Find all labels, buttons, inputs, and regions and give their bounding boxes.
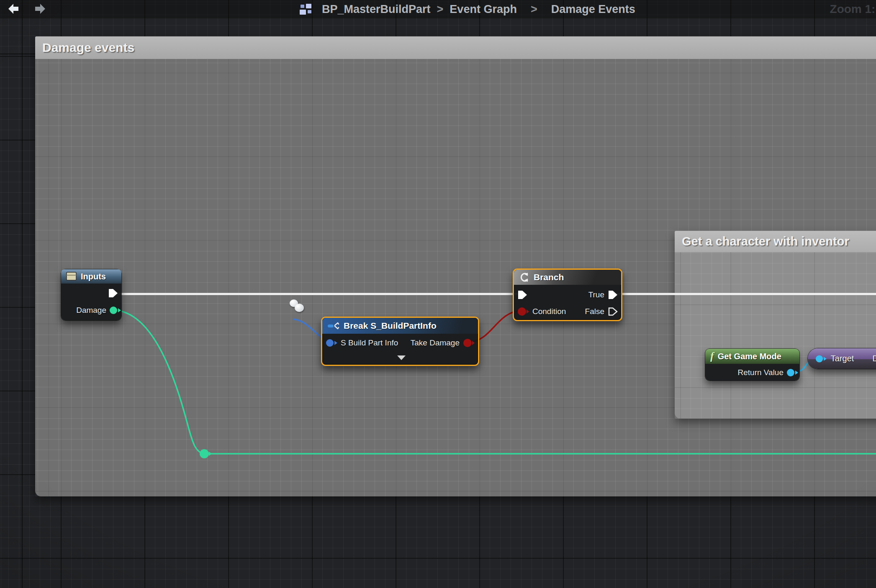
comment-get-character-inventory-body (675, 252, 876, 419)
forward-arrow-icon[interactable] (33, 3, 46, 15)
node-branch-title: Branch (534, 272, 564, 282)
tunnel-input-icon (66, 272, 77, 281)
return-value-pin[interactable] (786, 368, 798, 377)
mouse-cursor (289, 299, 307, 314)
damage-pin[interactable] (109, 306, 121, 314)
pin-false-label: False (585, 307, 604, 316)
blueprint-graph-canvas[interactable]: Damage events Get a character with inven… (0, 0, 876, 588)
breadcrumb: BP_MasterBuildPart > Event Graph > Damag… (300, 0, 635, 18)
breadcrumb-separator: > (531, 3, 537, 16)
target-pin[interactable] (815, 355, 827, 363)
breadcrumb-item-damage-events[interactable]: Damage Events (551, 3, 635, 16)
node-inputs-title: Inputs (81, 272, 106, 281)
branch-false-pin[interactable] (608, 307, 618, 316)
comment-get-character-inventory-title[interactable]: Get a character with inventor (675, 231, 876, 252)
take-damage-pin[interactable] (463, 338, 475, 348)
blueprint-icon (300, 3, 316, 15)
pin-target-label: Target (831, 354, 854, 363)
node-inputs[interactable]: Inputs Damage (61, 269, 121, 320)
pin-condition-label: Condition (532, 307, 566, 316)
node-branch[interactable]: Branch True Condition False (513, 268, 622, 321)
comment-get-character-inventory[interactable]: Get a character with inventor (675, 231, 876, 419)
node-break-s-buildpartinfo[interactable]: Break S_BuildPartInfo S Build Part Info … (321, 317, 479, 366)
back-arrow-icon[interactable] (8, 3, 20, 15)
node-get-game-mode-title: Get Game Mode (718, 352, 781, 361)
graph-top-bar: BP_MasterBuildPart > Event Graph > Damag… (0, 0, 876, 18)
break-struct-icon (327, 321, 340, 330)
pin-s-build-part-info-label: S Build Part Info (341, 338, 398, 348)
zoom-indicator: Zoom 1:1 (830, 3, 876, 16)
node-cast-compact[interactable]: Target De (808, 348, 876, 369)
branch-exec-in-pin[interactable] (517, 290, 527, 299)
pin-damage-label: Damage (76, 306, 106, 315)
s-build-part-info-pin[interactable] (326, 339, 337, 347)
condition-pin[interactable] (517, 307, 529, 316)
function-icon: f (710, 351, 714, 362)
pin-return-value-label: Return Value (738, 368, 784, 377)
branch-icon (519, 272, 530, 282)
node-get-game-mode[interactable]: f Get Game Mode Return Value (705, 349, 799, 381)
pin-take-damage-label: Take Damage (411, 338, 460, 348)
branch-true-pin[interactable] (608, 290, 618, 299)
node-break-title: Break S_BuildPartInfo (344, 321, 437, 331)
breadcrumb-separator: > (437, 3, 444, 16)
exec-out-pin[interactable] (108, 289, 118, 298)
comment-damage-events-title[interactable]: Damage events (35, 36, 876, 59)
breadcrumb-item-blueprint[interactable]: BP_MasterBuildPart (322, 3, 431, 16)
clipped-pin-label: De (872, 354, 876, 363)
breadcrumb-item-event-graph[interactable]: Event Graph (450, 3, 517, 16)
expand-pins-arrow[interactable] (397, 355, 406, 360)
pin-true-label: True (588, 290, 604, 299)
